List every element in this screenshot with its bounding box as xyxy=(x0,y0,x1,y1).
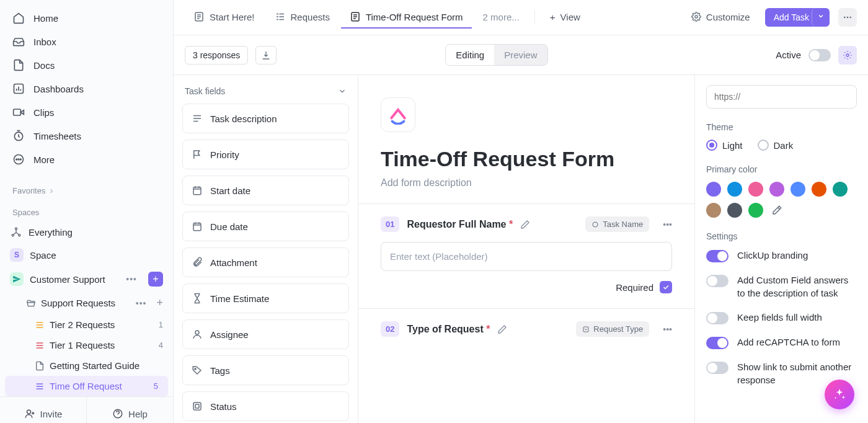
mode-preview[interactable]: Preview xyxy=(494,45,547,65)
field-label: Type of Request * xyxy=(407,324,490,335)
download-responses[interactable] xyxy=(255,46,277,65)
tab-requests-label: Requests xyxy=(291,12,330,22)
customize-button[interactable]: Customize xyxy=(685,8,756,27)
form-logo[interactable] xyxy=(381,97,415,132)
task-fields-header[interactable]: Task fields xyxy=(182,84,349,104)
dots-icon xyxy=(843,12,852,22)
setting-toggle[interactable] xyxy=(706,362,728,374)
nav-inbox[interactable]: Inbox xyxy=(0,30,173,53)
tab-view-label: View xyxy=(560,12,580,22)
sidebar-item-space[interactable]: S Space xyxy=(0,243,173,267)
field-card-priority[interactable]: Priority xyxy=(182,140,349,169)
chevron-right-icon xyxy=(48,187,55,195)
form-settings-button[interactable] xyxy=(838,46,857,65)
field-card-tags[interactable]: Tags xyxy=(182,355,349,385)
nav-timesheets[interactable]: Timesheets xyxy=(0,124,173,148)
color-swatch[interactable] xyxy=(790,182,805,197)
field-more-menu[interactable]: ••• xyxy=(663,324,672,334)
tier1-label: Tier 1 Requests xyxy=(50,340,115,350)
color-swatch[interactable] xyxy=(727,203,742,218)
color-swatch[interactable] xyxy=(706,203,721,218)
field-card-status[interactable]: Status xyxy=(182,391,349,421)
sidebar-item-time-off[interactable]: Time Off Request 5 xyxy=(5,376,168,396)
active-toggle[interactable] xyxy=(808,49,831,61)
clickup-logo-icon xyxy=(388,105,408,125)
nav-clips[interactable]: Clips xyxy=(0,100,173,124)
task-fields-panel: Task fields Task descriptionPriorityStar… xyxy=(174,75,358,423)
customer-support-add[interactable]: + xyxy=(148,272,163,287)
customer-support-label: Customer Support xyxy=(30,274,105,285)
field-card-due-date[interactable]: Due date xyxy=(182,212,349,241)
setting-toggle[interactable] xyxy=(706,275,728,287)
overflow-menu[interactable] xyxy=(838,8,857,27)
field-placeholder-input[interactable] xyxy=(381,242,672,271)
field-card-task-description[interactable]: Task description xyxy=(182,104,349,133)
field-more-menu[interactable]: ••• xyxy=(663,220,672,229)
svg-rect-26 xyxy=(583,327,588,332)
nav-docs[interactable]: Docs xyxy=(0,53,173,77)
sparkle-icon xyxy=(833,388,846,401)
field-card-assignee[interactable]: Assignee xyxy=(182,319,349,349)
nav-home[interactable]: Home xyxy=(0,6,173,30)
required-checkbox[interactable] xyxy=(660,281,672,293)
help-label: Help xyxy=(128,409,148,419)
theme-dark-radio[interactable] xyxy=(758,140,769,151)
color-swatch[interactable] xyxy=(833,182,848,197)
sidebar-item-support-requests[interactable]: Support Requests ••• + xyxy=(0,292,173,314)
sidebar-item-everything[interactable]: Everything xyxy=(0,221,173,243)
folder-open-icon xyxy=(26,298,36,308)
tab-start-here[interactable]: Start Here! xyxy=(185,6,264,29)
edit-field-icon[interactable] xyxy=(520,220,530,229)
nav-dashboards[interactable]: Dashboards xyxy=(0,77,173,100)
setting-toggle[interactable] xyxy=(706,312,728,324)
help-button[interactable]: Help xyxy=(87,397,173,423)
nav-timesheets-label: Timesheets xyxy=(33,131,81,141)
field-card-start-date[interactable]: Start date xyxy=(182,176,349,205)
field-card-time-estimate[interactable]: Time Estimate xyxy=(182,283,349,313)
support-requests-more[interactable]: ••• xyxy=(136,298,147,308)
color-swatch[interactable] xyxy=(769,182,784,197)
color-swatch[interactable] xyxy=(748,182,763,197)
field-card-label: Due date xyxy=(210,221,248,232)
theme-light-radio[interactable] xyxy=(706,140,717,151)
mode-editing[interactable]: Editing xyxy=(446,45,494,65)
form-title[interactable]: Time-Off Request Form xyxy=(381,147,672,171)
add-task-dropdown[interactable] xyxy=(812,8,830,27)
edit-field-icon[interactable] xyxy=(497,324,507,334)
tier1-count: 4 xyxy=(159,341,163,350)
color-swatch[interactable] xyxy=(706,182,721,197)
tab-add-view[interactable]: + View xyxy=(541,7,589,29)
color-swatch[interactable] xyxy=(812,182,826,197)
setting-toggle[interactable] xyxy=(706,250,728,262)
responses-pill[interactable]: 3 responses xyxy=(185,46,248,65)
sidebar-item-tier1[interactable]: Tier 1 Requests 4 xyxy=(0,335,173,355)
form-field-requestor-name[interactable]: 01 Requestor Full Name * Task Name ••• R… xyxy=(358,203,694,308)
add-task-button[interactable]: Add Task xyxy=(765,8,818,27)
support-requests-add[interactable]: + xyxy=(156,296,163,309)
redirect-url-input[interactable] xyxy=(706,85,857,109)
sidebar-item-getting-started[interactable]: Getting Started Guide xyxy=(0,355,173,376)
form-description[interactable]: Add form description xyxy=(381,177,672,189)
color-picker-icon[interactable] xyxy=(769,203,784,218)
invite-button[interactable]: Invite xyxy=(0,397,87,423)
field-card-attachment[interactable]: Attachment xyxy=(182,247,349,277)
tab-requests[interactable]: Requests xyxy=(266,6,339,29)
tab-time-off-form[interactable]: Time-Off Request Form xyxy=(341,6,472,29)
ai-fab[interactable] xyxy=(825,380,854,409)
setting-toggle[interactable] xyxy=(706,337,728,349)
sidebar-item-tier2[interactable]: Tier 2 Requests 1 xyxy=(0,314,173,335)
form-field-request-type[interactable]: 02 Type of Request * Request Type ••• xyxy=(358,308,694,352)
task-fields-label: Task fields xyxy=(185,86,225,96)
tab-more[interactable]: 2 more... xyxy=(474,7,528,29)
tier2-label: Tier 2 Requests xyxy=(50,319,115,330)
field-type-badge[interactable]: Task Name xyxy=(585,216,649,232)
customer-support-more[interactable]: ••• xyxy=(126,274,137,284)
field-type-badge[interactable]: Request Type xyxy=(576,321,649,337)
check-icon xyxy=(662,283,670,291)
nav-more[interactable]: More xyxy=(0,148,173,171)
color-swatch[interactable] xyxy=(748,203,763,218)
color-swatch[interactable] xyxy=(727,182,742,197)
favorites-header[interactable]: Favorites xyxy=(0,177,173,199)
sidebar-item-customer-support[interactable]: Customer Support ••• + xyxy=(0,267,173,292)
help-icon xyxy=(112,408,123,419)
